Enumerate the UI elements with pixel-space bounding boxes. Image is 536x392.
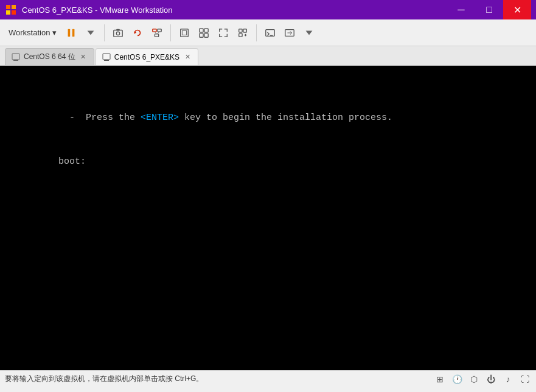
svg-rect-1 bbox=[12, 5, 16, 9]
vm-content: - Press the <ENTER> key to begin the ins… bbox=[37, 78, 392, 184]
separator1 bbox=[104, 24, 105, 41]
tab-centos6-64[interactable]: CentOS 6 64 位 ✕ bbox=[5, 48, 94, 65]
revert-button[interactable] bbox=[129, 24, 146, 41]
svg-marker-6 bbox=[88, 30, 94, 35]
tab1-close[interactable]: ✕ bbox=[79, 53, 88, 61]
svg-rect-12 bbox=[158, 29, 161, 32]
usb-icon[interactable]: ⏻ bbox=[485, 373, 497, 385]
vm-line1-suffix: key to begin the installation process. bbox=[179, 113, 392, 123]
svg-rect-3 bbox=[12, 10, 16, 15]
svg-rect-35 bbox=[104, 60, 109, 61]
clock-icon: 🕐 bbox=[451, 373, 463, 385]
vm-boot-prompt: boot: bbox=[58, 156, 91, 167]
window-controls: ─ □ ✕ bbox=[447, 0, 531, 19]
svg-rect-33 bbox=[13, 60, 18, 61]
status-bar: 要将输入定向到该虚拟机，请在虚拟机内部单击或按 Ctrl+G。 ⊞ 🕐 ⬡ ⏻ … bbox=[0, 370, 536, 387]
manage-snapshots-button[interactable] bbox=[148, 24, 165, 41]
tab-icon-2 bbox=[102, 53, 111, 61]
status-message: 要将输入定向到该虚拟机，请在虚拟机内部单击或按 Ctrl+G。 bbox=[5, 374, 434, 384]
svg-point-8 bbox=[117, 32, 120, 35]
app-icon bbox=[5, 4, 17, 16]
tab2-close[interactable]: ✕ bbox=[183, 53, 192, 61]
svg-rect-21 bbox=[204, 33, 208, 37]
quick-switch-button[interactable] bbox=[234, 24, 251, 41]
svg-rect-24 bbox=[239, 33, 242, 36]
workstation-label: Workstation bbox=[9, 28, 50, 37]
svg-rect-23 bbox=[243, 29, 246, 32]
minimize-button[interactable]: ─ bbox=[447, 0, 475, 19]
screen-dropdown[interactable] bbox=[301, 24, 318, 41]
vm-enter-key: <ENTER> bbox=[141, 113, 179, 123]
workstation-dropdown-arrow: ▾ bbox=[52, 28, 57, 37]
separator2 bbox=[170, 24, 171, 41]
maximize-button[interactable]: □ bbox=[475, 0, 503, 19]
network2-icon[interactable]: ⬡ bbox=[468, 373, 480, 385]
svg-rect-19 bbox=[204, 28, 208, 32]
svg-rect-16 bbox=[181, 29, 189, 37]
svg-rect-20 bbox=[200, 33, 203, 37]
status-icons: ⊞ 🕐 ⬡ ⏻ ♪ ⛶ bbox=[434, 373, 531, 385]
svg-rect-27 bbox=[266, 29, 274, 36]
console-button[interactable] bbox=[262, 24, 279, 41]
svg-rect-9 bbox=[117, 29, 120, 30]
toolbar: Workstation ▾ bbox=[0, 19, 536, 46]
svg-rect-18 bbox=[200, 28, 203, 32]
svg-rect-22 bbox=[239, 29, 242, 32]
fullscreen-button[interactable] bbox=[215, 24, 232, 41]
screen-toggle-button[interactable] bbox=[281, 24, 298, 41]
close-button[interactable]: ✕ bbox=[503, 0, 531, 19]
svg-rect-2 bbox=[6, 10, 10, 15]
svg-rect-5 bbox=[72, 29, 75, 37]
fullscreen-status-icon[interactable]: ⛶ bbox=[519, 373, 531, 385]
separator3 bbox=[256, 24, 257, 41]
tab2-label: CentOS 6_PXE&KS bbox=[114, 53, 179, 61]
tab-centos6-pxeks[interactable]: CentOS 6_PXE&KS ✕ bbox=[96, 48, 198, 65]
vm-screen[interactable]: - Press the <ENTER> key to begin the ins… bbox=[0, 66, 536, 370]
workstation-menu-button[interactable]: Workstation ▾ bbox=[5, 23, 60, 43]
unity-view-button[interactable] bbox=[195, 24, 212, 41]
tab-bar: CentOS 6 64 位 ✕ CentOS 6_PXE&KS ✕ bbox=[0, 46, 536, 66]
svg-rect-17 bbox=[183, 30, 187, 35]
svg-rect-0 bbox=[6, 5, 10, 9]
tab-icon-1 bbox=[12, 53, 20, 61]
pause-dropdown[interactable] bbox=[82, 24, 99, 41]
network-icon[interactable]: ⊞ bbox=[434, 373, 446, 385]
svg-rect-13 bbox=[155, 33, 159, 37]
window-title: CentOS 6_PXE&KS - VMware Workstation bbox=[22, 5, 447, 15]
vm-line1-prefix: - Press the bbox=[58, 113, 141, 123]
audio-icon[interactable]: ♪ bbox=[502, 373, 514, 385]
svg-marker-31 bbox=[306, 30, 313, 35]
svg-rect-32 bbox=[12, 54, 19, 60]
snapshot-button[interactable] bbox=[110, 24, 127, 41]
svg-rect-34 bbox=[103, 54, 110, 60]
pause-button[interactable] bbox=[63, 24, 80, 41]
svg-rect-4 bbox=[68, 29, 71, 37]
normal-view-button[interactable] bbox=[176, 24, 193, 41]
tab1-label: CentOS 6 64 位 bbox=[24, 52, 75, 62]
svg-rect-11 bbox=[153, 29, 156, 32]
svg-rect-7 bbox=[114, 30, 122, 37]
title-bar: CentOS 6_PXE&KS - VMware Workstation ─ □… bbox=[0, 0, 536, 19]
